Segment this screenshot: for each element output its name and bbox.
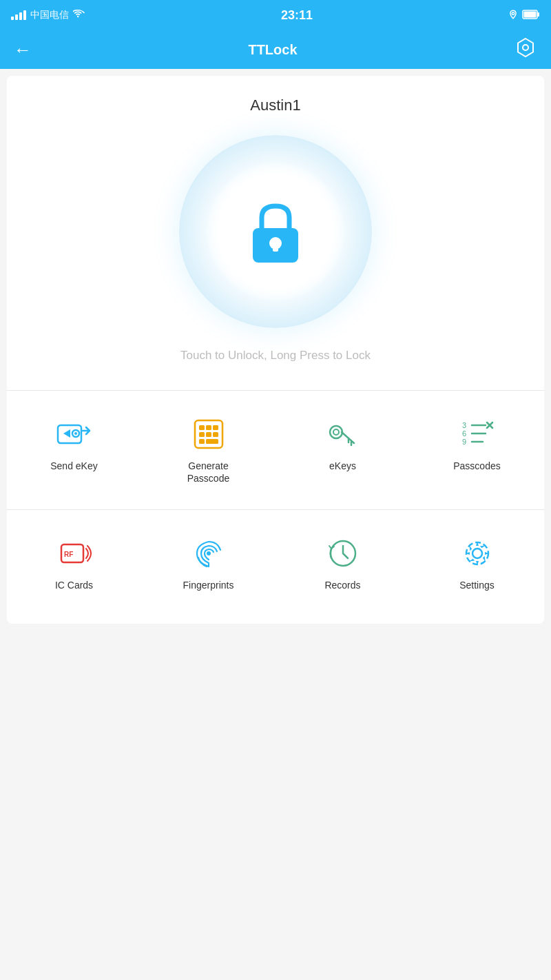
wifi-icon — [73, 10, 85, 21]
svg-point-4 — [523, 45, 528, 50]
lock-button[interactable] — [179, 135, 372, 328]
ekeys-label: eKeys — [329, 460, 356, 472]
status-right — [508, 10, 540, 21]
ekeys-button[interactable]: eKeys — [276, 405, 410, 496]
settings-menu-icon — [459, 535, 496, 572]
svg-point-20 — [330, 426, 342, 438]
svg-rect-2 — [537, 12, 539, 17]
svg-point-37 — [472, 549, 482, 558]
signal-icon — [11, 10, 26, 20]
svg-text:RF: RF — [64, 551, 73, 558]
fingerprints-label: Fingerprints — [183, 579, 234, 591]
generate-passcode-button[interactable]: Generate Passcode — [141, 405, 276, 496]
battery-icon — [522, 10, 540, 21]
ic-cards-button[interactable]: RF IC Cards — [7, 524, 141, 602]
passcodes-button[interactable]: 3 6 9 Passcodes — [410, 405, 544, 496]
status-bar: 中国电信 23:11 — [0, 0, 551, 30]
location-icon — [508, 10, 518, 21]
send-ekey-label: Send eKey — [50, 460, 98, 472]
svg-point-21 — [333, 429, 339, 435]
settings-icon[interactable] — [514, 36, 537, 63]
fingerprints-icon — [190, 535, 227, 572]
svg-text:3: 3 — [462, 421, 466, 429]
back-button[interactable]: ← — [14, 41, 32, 59]
svg-rect-19 — [206, 439, 218, 444]
svg-point-35 — [207, 551, 211, 555]
records-icon — [324, 535, 362, 572]
generate-passcode-label: Generate Passcode — [187, 460, 229, 484]
bottom-area — [7, 624, 544, 886]
nav-bar: ← TTLock — [0, 30, 551, 69]
carrier-label: 中国电信 — [30, 9, 69, 21]
device-name: Austin1 — [250, 96, 300, 114]
svg-rect-16 — [206, 432, 211, 437]
records-button[interactable]: Records — [276, 524, 410, 602]
ekeys-icon — [324, 416, 362, 453]
unlock-hint: Touch to Unlock, Long Press to Lock — [180, 349, 371, 363]
passcodes-label: Passcodes — [453, 460, 500, 472]
svg-text:9: 9 — [462, 438, 466, 446]
ic-cards-label: IC Cards — [55, 579, 93, 591]
svg-point-10 — [74, 432, 77, 435]
ic-cards-icon: RF — [56, 535, 93, 572]
passcodes-icon: 3 6 9 — [459, 416, 496, 453]
lock-section: Austin1 Touch to Unlock — [7, 76, 544, 391]
svg-rect-7 — [273, 243, 278, 252]
lock-inner-circle — [207, 163, 344, 300]
svg-rect-15 — [199, 432, 205, 437]
menu-row-1: Send eKey — [7, 391, 544, 510]
svg-rect-3 — [523, 11, 536, 17]
menu-row-2: RF IC Cards — [7, 510, 544, 623]
svg-point-0 — [512, 12, 514, 15]
status-time: 23:11 — [281, 8, 313, 23]
svg-rect-14 — [213, 425, 218, 430]
status-left: 中国电信 — [11, 9, 85, 21]
svg-rect-17 — [213, 432, 218, 437]
svg-text:6: 6 — [462, 429, 466, 438]
send-ekey-button[interactable]: Send eKey — [7, 405, 141, 496]
nav-title: TTLock — [248, 42, 297, 58]
fingerprints-button[interactable]: Fingerprints — [141, 524, 276, 602]
records-label: Records — [324, 579, 360, 591]
lock-icon — [238, 194, 313, 269]
settings-menu-button[interactable]: Settings — [410, 524, 544, 602]
svg-rect-18 — [199, 439, 205, 444]
settings-menu-label: Settings — [459, 579, 495, 591]
svg-rect-12 — [199, 425, 205, 430]
send-ekey-icon — [56, 416, 93, 453]
generate-passcode-icon — [190, 416, 227, 453]
svg-rect-13 — [206, 425, 211, 430]
